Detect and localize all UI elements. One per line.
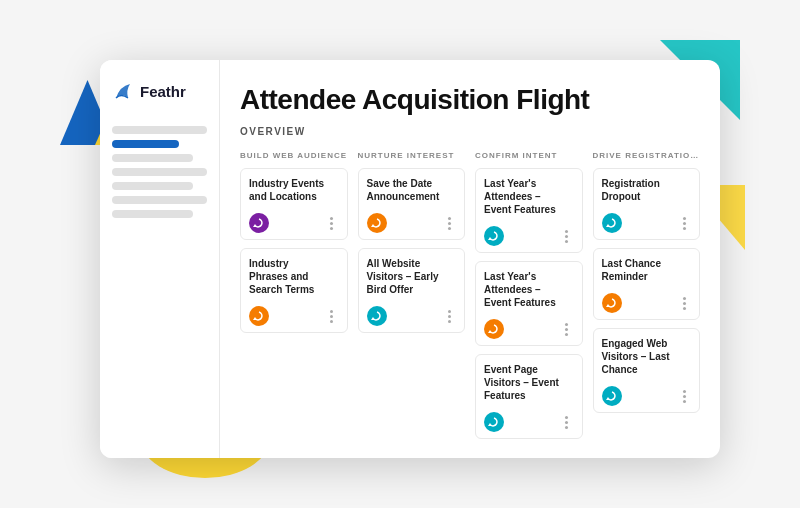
column-header: CONFIRM INTENT (475, 151, 583, 160)
overview-label: OVERVIEW (240, 126, 700, 137)
card-menu-button[interactable] (325, 309, 339, 323)
card[interactable]: All Website Visitors – Early Bird Offer (358, 248, 466, 333)
card-icon (602, 213, 622, 233)
logo: Feathr (112, 80, 207, 102)
column-header: NURTURE INTEREST (358, 151, 466, 160)
card[interactable]: Event Page Visitors – Event Features (475, 354, 583, 439)
svg-marker-8 (488, 237, 492, 240)
card-menu-button[interactable] (560, 415, 574, 429)
svg-marker-9 (488, 330, 492, 333)
sidebar-nav-item[interactable] (112, 182, 193, 190)
sidebar-nav-item[interactable] (112, 196, 207, 204)
card-icon (602, 293, 622, 313)
column-header: BUILD WEB AUDIENCE (240, 151, 348, 160)
card-title: Industry Events and Locations (249, 177, 339, 203)
card-footer (484, 412, 574, 432)
main-content: Attendee Acquisition Flight OVERVIEW BUI… (220, 60, 720, 458)
sidebar-nav (112, 126, 207, 218)
card-icon (602, 386, 622, 406)
card[interactable]: Save the Date Announcement (358, 168, 466, 240)
card-title: All Website Visitors – Early Bird Offer (367, 257, 457, 296)
card-title: Registration Dropout (602, 177, 692, 203)
card-footer (367, 213, 457, 233)
page-title: Attendee Acquisition Flight (240, 84, 700, 116)
card[interactable]: Industry Phrases and Search Terms (240, 248, 348, 333)
logo-text: Feathr (140, 83, 186, 100)
card-title: Last Year's Attendees – Event Features (484, 177, 574, 216)
sidebar: Feathr (100, 60, 220, 458)
card-menu-button[interactable] (560, 322, 574, 336)
card-menu-button[interactable] (560, 229, 574, 243)
card-menu-button[interactable] (677, 389, 691, 403)
card-title: Last Chance Reminder (602, 257, 692, 283)
card-icon (249, 213, 269, 233)
card-icon (249, 306, 269, 326)
card-title: Industry Phrases and Search Terms (249, 257, 339, 296)
card-footer (484, 226, 574, 246)
sidebar-nav-item[interactable] (112, 168, 207, 176)
column-col4: DRIVE REGISTRATIONSRegistration DropoutL… (593, 151, 701, 447)
column-col1: BUILD WEB AUDIENCEIndustry Events and Lo… (240, 151, 348, 447)
card-menu-button[interactable] (325, 216, 339, 230)
svg-marker-10 (488, 423, 492, 426)
card-title: Engaged Web Visitors – Last Chance (602, 337, 692, 376)
sidebar-nav-item-active[interactable] (112, 140, 179, 148)
card[interactable]: Industry Events and Locations (240, 168, 348, 240)
card[interactable]: Registration Dropout (593, 168, 701, 240)
main-card: Feathr Attendee Acquisition Flight OVERV… (100, 60, 720, 458)
column-col2: NURTURE INTERESTSave the Date Announceme… (358, 151, 466, 447)
card-footer (602, 386, 692, 406)
sidebar-nav-item[interactable] (112, 126, 207, 134)
card[interactable]: Last Year's Attendees – Event Features (475, 261, 583, 346)
card-footer (249, 306, 339, 326)
card-title: Last Year's Attendees – Event Features (484, 270, 574, 309)
feathr-logo-icon (112, 80, 134, 102)
card-menu-button[interactable] (442, 309, 456, 323)
columns-container: BUILD WEB AUDIENCEIndustry Events and Lo… (240, 151, 700, 447)
card-footer (484, 319, 574, 339)
card[interactable]: Engaged Web Visitors – Last Chance (593, 328, 701, 413)
column-header: DRIVE REGISTRATIONS (593, 151, 701, 160)
card-icon (484, 226, 504, 246)
card-title: Event Page Visitors – Event Features (484, 363, 574, 402)
svg-marker-4 (253, 224, 257, 227)
card-menu-button[interactable] (677, 296, 691, 310)
card-icon (484, 319, 504, 339)
card-icon (367, 306, 387, 326)
svg-marker-6 (371, 224, 375, 227)
card[interactable]: Last Chance Reminder (593, 248, 701, 320)
svg-marker-7 (371, 317, 375, 320)
svg-marker-11 (606, 224, 610, 227)
card-footer (367, 306, 457, 326)
card-icon (367, 213, 387, 233)
svg-marker-5 (253, 317, 257, 320)
sidebar-nav-item[interactable] (112, 210, 193, 218)
card-menu-button[interactable] (677, 216, 691, 230)
card-title: Save the Date Announcement (367, 177, 457, 203)
card-footer (602, 213, 692, 233)
card-footer (249, 213, 339, 233)
card-menu-button[interactable] (442, 216, 456, 230)
column-col3: CONFIRM INTENTLast Year's Attendees – Ev… (475, 151, 583, 447)
card[interactable]: Last Year's Attendees – Event Features (475, 168, 583, 253)
svg-marker-12 (606, 304, 610, 307)
card-footer (602, 293, 692, 313)
card-icon (484, 412, 504, 432)
sidebar-nav-item[interactable] (112, 154, 193, 162)
svg-marker-13 (606, 397, 610, 400)
